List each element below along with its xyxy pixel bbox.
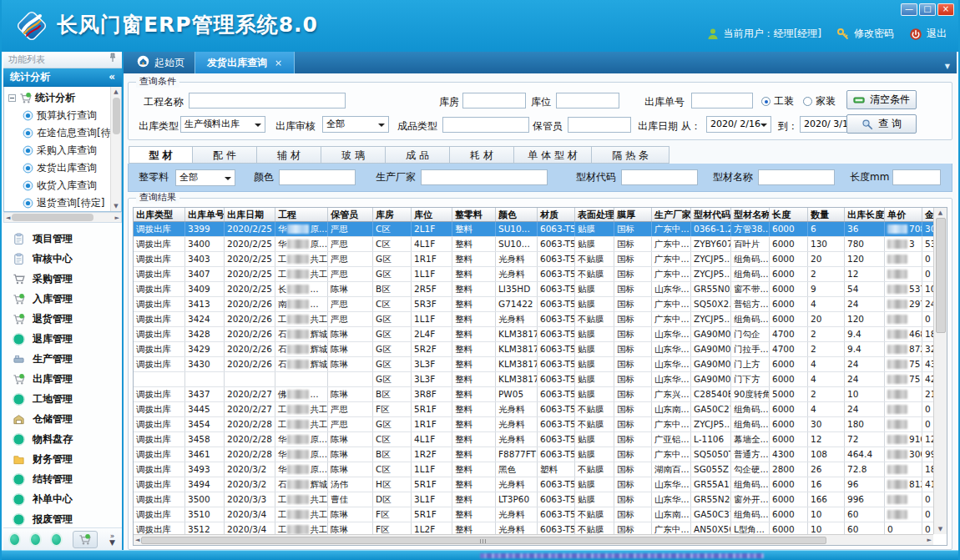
tree-item[interactable]: 采购入库查询 bbox=[8, 142, 121, 159]
column-header[interactable]: 材质 bbox=[538, 208, 575, 221]
length-input[interactable] bbox=[892, 169, 941, 185]
material-tab[interactable]: 成 品 bbox=[386, 146, 450, 164]
scroll-up-icon[interactable]: ▲ bbox=[938, 208, 942, 218]
material-tab[interactable]: 辅 材 bbox=[257, 146, 321, 164]
sidebar-item[interactable]: 出库管理 bbox=[3, 369, 122, 389]
table-row[interactable]: G区3L3F整料KLM38176063-T5贴膜国标山东华...GA90M09.… bbox=[134, 372, 933, 387]
tab-home[interactable]: 起始页 bbox=[127, 52, 195, 73]
module-dot-icon[interactable] bbox=[31, 534, 40, 545]
table-row[interactable]: 调拨出库34542020/2/28工共工程严思G区1R1F整料光身料6063-T… bbox=[134, 417, 933, 432]
table-horizontal-scrollbar[interactable]: ◄ ► bbox=[134, 534, 933, 545]
sidebar-item[interactable]: 财务管理 bbox=[3, 449, 122, 469]
tree-item[interactable]: 退货查询[待定] bbox=[8, 194, 121, 212]
table-row[interactable]: 调拨出库34582020/2/28华原...陈琳C区4L1F整料光身料6063-… bbox=[134, 432, 933, 447]
scroll-down-icon[interactable]: ▼ bbox=[938, 524, 942, 534]
table-row[interactable]: 调拨出库34132020/2/26南...严思C区5R3F整料G71422606… bbox=[134, 297, 933, 312]
column-header[interactable]: 库房 bbox=[373, 208, 412, 221]
project-name-input[interactable] bbox=[189, 93, 346, 108]
tree-item[interactable]: 收货入库查询 bbox=[8, 177, 121, 194]
sidebar-item[interactable]: 报废管理 bbox=[3, 509, 122, 527]
material-tab[interactable]: 配 件 bbox=[193, 146, 257, 164]
column-header[interactable]: 整零料 bbox=[452, 208, 496, 221]
sidebar-item[interactable]: 采购管理 bbox=[3, 269, 122, 289]
warehouse-input[interactable] bbox=[462, 93, 526, 108]
tab-close-icon[interactable]: × bbox=[275, 58, 282, 68]
column-header[interactable]: 保管员 bbox=[328, 208, 373, 221]
clear-conditions-button[interactable]: 清空条件 bbox=[846, 90, 917, 109]
column-header[interactable]: 生产厂家 bbox=[652, 208, 691, 221]
keeper-input[interactable] bbox=[568, 117, 631, 133]
module-dot-icon[interactable] bbox=[52, 534, 61, 545]
scroll-left-icon[interactable]: ◄ bbox=[6, 213, 10, 223]
logout-button[interactable]: 退出 bbox=[909, 27, 947, 41]
sidebar-item[interactable]: 退货管理 bbox=[3, 309, 122, 329]
profile-code-input[interactable] bbox=[621, 169, 698, 185]
column-header[interactable]: 膜厚 bbox=[614, 208, 652, 221]
sidebar-item[interactable]: 物料盘存 bbox=[3, 429, 122, 449]
table-row[interactable]: 调拨出库34612020/2/28华原...陈琳B区1R2F整料F8877FT6… bbox=[134, 447, 933, 462]
more-modules-button[interactable]: »▼ bbox=[109, 532, 115, 546]
tree-expander-icon[interactable] bbox=[8, 94, 16, 102]
tree-item[interactable]: 预算执行查询 bbox=[8, 107, 121, 124]
window-close-button[interactable]: × bbox=[937, 3, 954, 16]
color-input[interactable] bbox=[279, 169, 356, 185]
sidebar-item[interactable]: 仓储管理 bbox=[3, 409, 122, 429]
change-password-link[interactable]: 修改密码 bbox=[836, 27, 894, 41]
table-row[interactable]: 调拨出库34002020/2/25华原...严思C区4L1F整料SU10...6… bbox=[134, 237, 933, 252]
table-row[interactable]: 调拨出库35102020/3/4工共工程陈琳F区5R1F整料光身料6063-T5… bbox=[134, 507, 933, 522]
sidebar-item[interactable]: 退库管理 bbox=[3, 329, 122, 349]
column-header[interactable]: 出库日期 bbox=[225, 208, 275, 221]
column-header[interactable]: 表面处理 bbox=[575, 208, 614, 221]
sidebar-item[interactable]: 工地管理 bbox=[3, 389, 122, 409]
table-row[interactable]: 调拨出库34292020/2/26石辉城陈琳G区5R2F整料KLM3817606… bbox=[134, 342, 933, 357]
column-header[interactable]: 长度 bbox=[770, 208, 808, 221]
factory-input[interactable] bbox=[421, 169, 548, 185]
material-tab[interactable]: 耗 材 bbox=[450, 146, 514, 164]
tree-item[interactable]: 发货出库查询 bbox=[8, 159, 121, 177]
table-row[interactable]: 调拨出库34942020/3/2石辉城汤伟H区5R1F整料光身料6063-T5贴… bbox=[134, 477, 933, 492]
column-header[interactable]: 出库单号 bbox=[185, 208, 225, 221]
order-no-input[interactable] bbox=[691, 93, 753, 108]
scroll-down-icon[interactable]: ▼ bbox=[114, 201, 118, 211]
product-type-input[interactable] bbox=[442, 117, 529, 133]
sidebar-item[interactable]: 入库管理 bbox=[3, 289, 122, 309]
tree-item[interactable]: 在途信息查询[待 bbox=[8, 124, 121, 142]
tree-vscroll-thumb[interactable] bbox=[113, 98, 120, 134]
tree-vertical-scrollbar[interactable]: ▲ ▼ bbox=[110, 87, 121, 211]
sidebar-item[interactable]: 项目管理 bbox=[3, 229, 122, 249]
column-header[interactable]: 颜色 bbox=[496, 208, 538, 221]
sidebar-item[interactable]: 生产管理 bbox=[3, 349, 122, 369]
window-maximize-button[interactable]: □ bbox=[919, 3, 936, 16]
location-input[interactable] bbox=[556, 93, 619, 108]
column-header[interactable]: 库位 bbox=[412, 208, 452, 221]
material-tab[interactable]: 型 材 bbox=[129, 146, 193, 164]
sidebar-item[interactable]: 结转管理 bbox=[3, 469, 122, 489]
column-header[interactable]: 出库类型 bbox=[134, 208, 185, 221]
sidebar-item[interactable]: 审核中心 bbox=[3, 249, 122, 269]
date-from-select[interactable]: 2020/ 2/16 bbox=[706, 116, 771, 133]
scroll-right-icon[interactable]: ► bbox=[927, 535, 932, 545]
out-type-select[interactable]: 生产领料出库 bbox=[180, 116, 265, 133]
tree-horizontal-scrollbar[interactable]: ◄ ► bbox=[3, 212, 122, 223]
radio-homewear[interactable]: 家装 bbox=[803, 94, 836, 108]
collapse-icon[interactable]: « bbox=[109, 68, 115, 86]
table-hscroll-thumb[interactable] bbox=[141, 537, 826, 544]
window-minimize-button[interactable]: — bbox=[901, 3, 917, 16]
whole-part-select[interactable]: 全部 bbox=[175, 169, 235, 186]
table-row[interactable]: 调拨出库34302020/2/26石辉城陈琳G区3L3F整料KLM3817606… bbox=[134, 357, 933, 372]
table-row[interactable]: 调拨出库34282020/2/26石辉城陈琳G区2L4F整料KLM3817606… bbox=[134, 327, 933, 342]
table-row[interactable]: 调拨出库35002020/3/3工共工程曹佳D区3L1F整料LT3P606063… bbox=[134, 492, 933, 507]
sidebar-group-header[interactable]: 统计分析 « bbox=[3, 68, 122, 87]
tree-hscroll-thumb[interactable] bbox=[12, 214, 93, 221]
material-tab[interactable]: 单 体 型 材 bbox=[514, 146, 592, 164]
material-tab[interactable]: 玻 璃 bbox=[321, 146, 386, 164]
sidebar-item[interactable]: 补单中心 bbox=[3, 489, 122, 509]
tab-list-caret-icon[interactable]: ▼ bbox=[945, 63, 950, 70]
table-vertical-scrollbar[interactable]: ▲ ▼ bbox=[933, 208, 947, 534]
pin-icon[interactable] bbox=[109, 52, 117, 68]
tree-root[interactable]: 统计分析 bbox=[8, 89, 121, 107]
module-cart-button[interactable] bbox=[73, 531, 98, 548]
audit-select[interactable]: 全部 bbox=[322, 116, 389, 133]
table-row[interactable]: 调拨出库34032020/2/25工共工程严思G区1R1F整料光身料6063-T… bbox=[134, 252, 933, 267]
table-row[interactable]: 调拨出库33992020/2/25华原...严思C区2L1F整料SU10...6… bbox=[134, 222, 933, 237]
